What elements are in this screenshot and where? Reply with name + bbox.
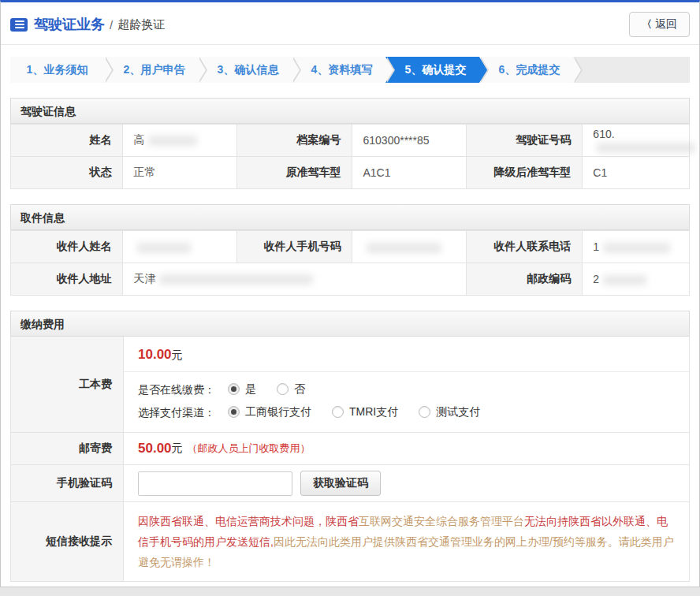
step-2: 2、用户申告 xyxy=(104,57,198,83)
step-6: 6、完成提交 xyxy=(479,57,573,83)
sms-code-row: 手机验证码 获取验证码 xyxy=(10,465,690,502)
redacted-value xyxy=(597,143,695,153)
back-button-label: 返回 xyxy=(655,17,677,32)
field-value: 1 xyxy=(583,231,690,263)
redacted-value xyxy=(159,274,313,285)
section-license-info: 驾驶证信息 姓名高档案编号610300****85驾驶证号码610.状态正常原准… xyxy=(10,98,690,189)
radio-option-TMRI支付[interactable]: TMRI支付 xyxy=(332,405,398,419)
radio-option-是[interactable]: 是 xyxy=(228,382,256,397)
section-title: 缴纳费用 xyxy=(10,311,690,337)
table-row: 姓名高档案编号610300****85驾驶证号码610. xyxy=(11,125,690,157)
radio-option-工商银行支付[interactable]: 工商银行支付 xyxy=(228,405,311,419)
table-row: 收件人地址天津邮政编码2 xyxy=(11,263,690,296)
breadcrumb-current: 超龄换证 xyxy=(117,17,165,32)
fee-amount: 10.00 xyxy=(138,347,172,362)
table-row: 收件人姓名收件人手机号码收件人联系电话1 xyxy=(11,231,690,263)
sms-tip-text: 因陕西省联通、电信运营商技术问题，陕西省互联网交通安全综合服务管理平台无法向持陕… xyxy=(124,502,689,581)
mail-fee-row: 邮寄费 50.00元 （邮政人员上门收取费用） xyxy=(10,433,690,465)
fee-row: 工本费 10.00元 是否在线缴费： 是否 选择支付渠道： 工商银行支付TMRI… xyxy=(10,337,690,433)
field-value: C1 xyxy=(583,157,690,189)
field-label: 收件人联系电话 xyxy=(467,231,583,263)
mail-fee-note: （邮政人员上门收取费用） xyxy=(188,441,311,456)
pickup-info-table: 收件人姓名收件人手机号码收件人联系电话1收件人地址天津邮政编码2 xyxy=(10,230,690,296)
mail-fee-amount: 50.00 xyxy=(138,441,172,456)
header-divider xyxy=(1,44,699,45)
field-value: 高 xyxy=(123,125,237,157)
table-row: 状态正常原准驾车型A1C1降级后准驾车型C1 xyxy=(11,157,690,189)
sms-tip-segment: 互联网交通安全综合服务管理平台 xyxy=(359,515,524,527)
step-bar: 1、业务须知2、用户申告3、确认信息4、资料填写5、确认提交6、完成提交 xyxy=(10,57,690,83)
pay-channel-question-row: 选择支付渠道： 工商银行支付TMRI支付测试支付 xyxy=(138,401,689,424)
field-label: 工本费 xyxy=(11,337,124,432)
field-value xyxy=(123,231,237,263)
field-label: 邮寄费 xyxy=(11,433,124,464)
radio-circle-icon xyxy=(419,406,430,418)
online-pay-options: 是否 xyxy=(228,382,326,398)
fee-amount-line: 10.00元 xyxy=(124,337,689,372)
field-label: 短信接收提示 xyxy=(11,502,124,581)
pay-channel-question: 选择支付渠道： xyxy=(138,406,215,420)
field-label: 降级后准驾车型 xyxy=(467,157,583,189)
field-value: 2 xyxy=(583,263,690,296)
step-bar-filler xyxy=(573,57,690,83)
step-4: 4、资料填写 xyxy=(292,57,385,83)
radio-label: 否 xyxy=(294,382,305,397)
pay-channel-options: 工商银行支付TMRI支付测试支付 xyxy=(228,405,501,421)
radio-label: TMRI支付 xyxy=(349,405,398,419)
radio-label: 测试支付 xyxy=(436,405,480,419)
field-label: 收件人地址 xyxy=(11,263,123,296)
redacted-value xyxy=(603,243,670,253)
field-label: 邮政编码 xyxy=(467,263,583,296)
online-pay-question: 是否在线缴费： xyxy=(138,383,215,397)
back-button[interactable]: 〈 返回 xyxy=(629,12,690,37)
field-label: 原准驾车型 xyxy=(237,157,352,189)
fee-unit: 元 xyxy=(172,348,183,361)
step-5: 5、确认提交 xyxy=(385,57,479,83)
section-title: 取件信息 xyxy=(10,204,690,230)
license-business-icon xyxy=(10,18,28,32)
radio-circle-icon xyxy=(228,406,240,418)
field-value: 610300****85 xyxy=(352,125,467,157)
section-payment: 缴纳费用 工本费 10.00元 是否在线缴费： 是否 选择支付渠道： 工商银行支… xyxy=(10,311,690,582)
field-value: 正常 xyxy=(123,157,237,189)
license-info-table: 姓名高档案编号610300****85驾驶证号码610.状态正常原准驾车型A1C… xyxy=(10,124,690,189)
radio-circle-icon xyxy=(332,406,344,418)
field-label: 状态 xyxy=(11,157,123,189)
breadcrumb-separator: / xyxy=(110,18,113,32)
mail-fee-unit: 元 xyxy=(172,441,183,456)
redacted-value xyxy=(367,243,441,253)
field-value: 610. xyxy=(583,125,690,157)
radio-label: 是 xyxy=(245,382,256,397)
redacted-value xyxy=(137,243,191,253)
sms-tip-row: 短信接收提示 因陕西省联通、电信运营商技术问题，陕西省互联网交通安全综合服务管理… xyxy=(10,502,690,582)
header: 驾驶证业务 / 超龄换证 〈 返回 xyxy=(1,2,699,44)
sms-tip-segment: 因陕西省联通、电信运营商技术问题，陕西省 xyxy=(138,515,359,527)
online-pay-question-row: 是否在线缴费： 是否 xyxy=(138,378,689,401)
field-value: 天津 xyxy=(123,263,467,296)
radio-option-否[interactable]: 否 xyxy=(277,382,305,397)
radio-label: 工商银行支付 xyxy=(245,405,311,419)
field-value: A1C1 xyxy=(352,157,467,189)
step-3: 3、确认信息 xyxy=(198,57,292,83)
field-label: 驾驶证号码 xyxy=(467,125,583,157)
back-chevron-icon: 〈 xyxy=(642,17,652,32)
section-title: 驾驶证信息 xyxy=(10,98,690,124)
field-label: 收件人手机号码 xyxy=(237,231,352,263)
field-label: 姓名 xyxy=(11,125,123,157)
field-label: 档案编号 xyxy=(237,125,352,157)
redacted-value xyxy=(603,275,646,285)
field-label: 收件人姓名 xyxy=(11,231,123,263)
page-title: 驾驶证业务 xyxy=(34,15,105,34)
redacted-value xyxy=(148,136,197,146)
field-label: 手机验证码 xyxy=(11,465,124,501)
radio-option-测试支付[interactable]: 测试支付 xyxy=(419,405,480,419)
field-value xyxy=(352,231,467,263)
radio-circle-icon xyxy=(228,383,240,395)
sms-code-input[interactable] xyxy=(138,471,292,496)
get-code-button[interactable]: 获取验证码 xyxy=(300,471,381,496)
section-pickup-info: 取件信息 收件人姓名收件人手机号码收件人联系电话1收件人地址天津邮政编码2 xyxy=(10,204,690,296)
radio-circle-icon xyxy=(277,383,289,395)
step-1: 1、业务须知 xyxy=(10,57,104,83)
main-window: 驾驶证业务 / 超龄换证 〈 返回 1、业务须知2、用户申告3、确认信息4、资料… xyxy=(0,0,700,587)
